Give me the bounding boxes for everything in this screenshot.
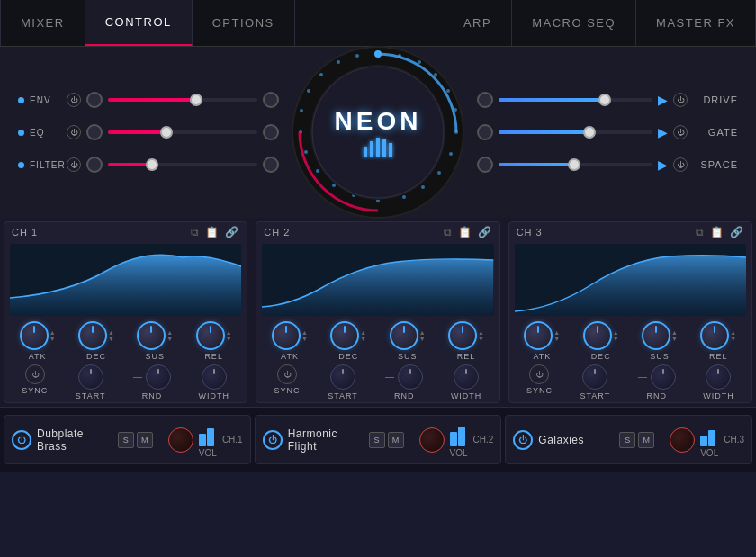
nav-arp[interactable]: ARP [444,0,512,46]
link-icon-ch2[interactable]: 🔗 [478,226,492,238]
eq-left-knob[interactable] [86,124,103,140]
vol-bar-left-ch2 [450,432,457,446]
env-power-button[interactable]: ⏻ [67,93,81,107]
eq-slider-track[interactable] [108,130,257,134]
svg-point-4 [418,60,421,64]
paste-icon-ch3[interactable]: 📋 [710,226,724,238]
copy-icon-ch3[interactable]: ⧉ [696,226,705,238]
link-icon-ch1[interactable]: 🔗 [225,226,239,238]
width-knob-ch1[interactable] [202,364,227,390]
width-label-ch3: WIDTH [703,391,734,400]
dec-label-ch2: DEC [338,352,358,361]
bottom-channel-1: ⏻ Dubplate Brass S M VOL CH.1 [4,415,251,464]
dec-knob-ch2[interactable] [330,321,359,350]
rel-knob-group-ch1: ▲▼ REL [196,321,232,361]
start-label-ch2: START [328,391,358,400]
rel-knob-ch2[interactable] [448,321,477,350]
neon-title: NEON [335,107,422,136]
filter-right-knob[interactable] [263,157,279,173]
env-slider-row: ENV ⏻ [18,92,279,108]
drive-left-knob[interactable] [477,92,493,108]
solo-button-ch2[interactable]: S [369,432,385,448]
rnd-knob-ch3[interactable] [651,364,676,390]
space-left-knob[interactable] [477,157,493,173]
link-icon-ch3[interactable]: 🔗 [730,226,744,238]
rnd-group-ch2: RND [385,364,423,400]
bottom-power-ch2[interactable]: ⏻ [263,430,283,450]
bottom-name-ch3: Galaxies [538,434,614,446]
env-right-knob[interactable] [263,92,279,108]
sus-label-ch1: SUS [146,352,166,361]
solo-button-ch3[interactable]: S [619,432,635,448]
dec-knob-group-ch1: ▲▼ DEC [78,321,114,361]
atk-knob-ch3[interactable] [524,321,553,350]
gate-power-button[interactable]: ⏻ [673,125,688,139]
start-label-ch1: START [76,391,106,400]
drive-label: DRIVE [693,94,738,105]
sus-knob-group-ch1: ▲▼ SUS [137,321,173,361]
copy-icon-ch2[interactable]: ⧉ [444,226,453,238]
gate-slider-track[interactable] [499,130,652,134]
rnd-dash-ch1 [133,377,142,378]
control-section: ENV ⏻ EQ ⏻ FILTER ⏻ [0,47,756,218]
dec-knob-ch1[interactable] [78,321,107,350]
nav-master-fx[interactable]: MASTER FX [636,0,756,46]
env-left-knob[interactable] [86,92,103,108]
nav-options[interactable]: OPTIONS [193,0,295,46]
start-knob-ch1[interactable] [78,364,104,390]
atk-knob-ch1[interactable] [20,321,49,350]
space-power-button[interactable]: ⏻ [673,157,688,172]
gate-left-knob[interactable] [477,124,493,140]
space-slider-track[interactable] [499,163,652,166]
env-slider-track[interactable] [108,98,257,102]
nav-mixer[interactable]: MIXER [0,0,86,46]
channel-3-label: CH 3 [517,227,543,238]
start-knob-ch3[interactable] [582,364,608,390]
mute-button-ch2[interactable]: M [388,432,404,448]
rnd-knob-ch2[interactable] [398,364,423,390]
filter-slider-track[interactable] [108,163,257,166]
rnd-knob-ch1[interactable] [146,364,171,390]
bottom-power-ch1[interactable]: ⏻ [12,430,32,450]
rel-label-ch3: REL [709,352,728,361]
paste-icon-ch2[interactable]: 📋 [458,226,472,238]
vol-knob-ch3[interactable] [670,427,695,453]
drive-slider-track[interactable] [499,98,652,102]
filter-power-button[interactable]: ⏻ [67,157,81,172]
sus-arrows-ch2: ▲▼ [419,329,426,342]
vol-bar-left-ch1 [199,434,206,446]
dec-knob-ch3[interactable] [583,321,612,350]
vol-knob-ch1[interactable] [168,427,194,453]
sus-knob-ch2[interactable] [390,321,418,350]
neon-bar-1 [364,147,367,157]
copy-icon-ch1[interactable]: ⧉ [191,226,200,238]
eq-power-button[interactable]: ⏻ [67,125,81,139]
bottom-power-ch3[interactable]: ⏻ [513,430,533,450]
filter-left-knob[interactable] [86,157,103,173]
sync-button-ch3[interactable]: ⏻ [529,364,549,384]
rel-knob-ch1[interactable] [196,321,225,350]
channel-2-knobs: ▲▼ ATK ▲▼ DEC ▲▼ SUS [256,318,499,363]
width-knob-ch2[interactable] [454,364,479,390]
bottom-name-ch2: Harmonic Flight [288,427,364,453]
eq-right-knob[interactable] [263,124,279,140]
mute-button-ch3[interactable]: M [638,432,654,448]
nav-control[interactable]: CONTROL [86,0,193,46]
solo-button-ch1[interactable]: S [118,432,134,448]
mute-button-ch1[interactable]: M [137,432,153,448]
rel-knob-ch3[interactable] [700,321,729,350]
sliders-left: ENV ⏻ EQ ⏻ FILTER ⏻ [18,92,279,173]
start-knob-ch2[interactable] [330,364,356,390]
sync-button-ch1[interactable]: ⏻ [25,364,45,384]
drive-power-button[interactable]: ⏻ [673,93,688,107]
atk-knob-ch2[interactable] [272,321,301,350]
paste-icon-ch1[interactable]: 📋 [205,226,220,238]
nav-macro-seq[interactable]: MACRO SEQ [512,0,636,46]
vol-knob-ch2[interactable] [419,427,445,453]
sync-button-ch2[interactable]: ⏻ [277,364,297,384]
channel-3-waveform [515,244,746,316]
sus-knob-ch1[interactable] [137,321,166,350]
sus-knob-ch3[interactable] [642,321,670,350]
bottom-channel-3: ⏻ Galaxies S M VOL CH.3 [505,415,752,464]
width-knob-ch3[interactable] [706,364,731,390]
